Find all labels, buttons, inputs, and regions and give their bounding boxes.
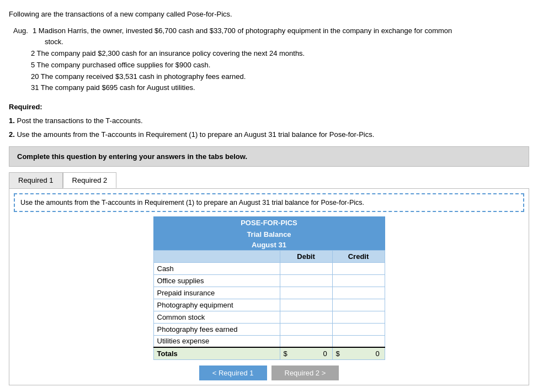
credit-dollar-sign: $ [336,349,340,358]
credit-input[interactable] [336,277,381,285]
transaction-4: 20 The company received $3,531 cash in p… [31,71,529,83]
debit-dollar-sign: $ [284,349,287,358]
required-item1: 1. Post the transactions to the T-accoun… [9,115,529,127]
transaction-1-text: 1 Madison Harris, the owner, invested $6… [33,25,452,37]
next-button[interactable]: Required 2 > [271,365,339,380]
debit-input[interactable] [284,337,329,345]
debit-input[interactable] [284,264,329,273]
table-row: Office supplies [153,274,385,287]
totals-debit-input[interactable] [289,349,327,358]
credit-input[interactable] [336,301,381,309]
tab-required2[interactable]: Required 2 [63,172,117,188]
debit-input[interactable] [284,313,329,321]
credit-input[interactable] [336,337,381,345]
table-row: Utilities expense [153,335,385,347]
table-row: Photography equipment [153,299,385,311]
col-header-debit: Debit [280,250,332,262]
debit-cell[interactable] [280,274,332,287]
trial-balance-title: Trial Balance [153,229,385,240]
credit-cell[interactable] [332,262,385,274]
debit-input[interactable] [284,301,329,309]
debit-cell[interactable] [280,287,332,299]
tab-content: Use the amounts from the T-accounts in R… [9,188,529,385]
debit-cell[interactable] [280,323,332,335]
row-label: Photography equipment [153,299,280,311]
required-title: Required: [9,102,529,113]
table-row: Common stock [153,311,385,323]
row-label: Common stock [153,311,280,323]
transactions-section: Aug. 1 Madison Harris, the owner, invest… [13,25,529,94]
transaction-2: 2 The company paid $2,300 cash for an in… [31,48,529,60]
totals-credit-cell[interactable]: $ [332,347,385,359]
credit-input[interactable] [336,264,381,273]
totals-credit-input[interactable] [341,349,380,358]
row-label: Utilities expense [153,335,280,347]
transaction-1-continuation: stock. [45,36,529,48]
totals-row: Totals$$ [153,347,385,359]
prev-button[interactable]: < Required 1 [199,365,267,380]
totals-debit-cell[interactable]: $ [280,347,332,359]
credit-cell[interactable] [332,287,385,299]
debit-cell[interactable] [280,311,332,323]
credit-input[interactable] [336,289,381,297]
debit-cell[interactable] [280,299,332,311]
instruction-box: Complete this question by entering your … [9,146,529,167]
debit-input[interactable] [284,325,329,333]
column-header-row: Debit Credit [153,250,385,262]
debit-cell[interactable] [280,335,332,347]
debit-cell[interactable] [280,262,332,274]
dashed-instruction-text: Use the amounts from the T-accounts in R… [20,199,364,206]
aug-line: Aug. 1 Madison Harris, the owner, invest… [13,25,529,37]
trial-balance-date: August 31 [153,240,385,250]
required-section: Required: 1. Post the transactions to th… [9,102,529,140]
credit-cell[interactable] [332,299,385,311]
row-label: Office supplies [153,274,280,287]
transaction-3: 5 The company purchased office supplies … [31,60,529,71]
credit-cell[interactable] [332,274,385,287]
table-row: Photography fees earned [153,323,385,335]
debit-input[interactable] [284,289,329,297]
trial-balance-company: POSE-FOR-PICS [153,216,385,229]
trial-balance-table: Debit Credit CashOffice suppliesPrepaid … [153,250,385,360]
col-header-label [153,250,280,262]
debit-input[interactable] [284,277,329,285]
trial-balance-container: POSE-FOR-PICS Trial Balance August 31 De… [153,216,385,360]
credit-input[interactable] [336,313,381,321]
row-label: Prepaid insurance [153,287,280,299]
instruction-text: Complete this question by entering your … [17,152,247,161]
credit-cell[interactable] [332,335,385,347]
dashed-instruction: Use the amounts from the T-accounts in R… [14,193,524,212]
row-label: Cash [153,262,280,274]
credit-cell[interactable] [332,323,385,335]
credit-input[interactable] [336,325,381,333]
intro-title: Following are the transactions of a new … [9,9,529,20]
tabs-row[interactable]: Required 1 Required 2 [9,172,529,188]
row-label: Photography fees earned [153,323,280,335]
totals-label: Totals [153,347,280,359]
table-row: Prepaid insurance [153,287,385,299]
aug-label: Aug. [13,25,33,37]
credit-cell[interactable] [332,311,385,323]
nav-buttons: < Required 1 Required 2 > [9,365,529,380]
intro-section: Following are the transactions of a new … [9,9,529,20]
table-row: Cash [153,262,385,274]
col-header-credit: Credit [332,250,385,262]
required-item2: 2. Use the amounts from the T-accounts i… [9,129,529,141]
tab-required1[interactable]: Required 1 [9,172,63,188]
transaction-5: 31 The company paid $695 cash for August… [31,82,529,94]
